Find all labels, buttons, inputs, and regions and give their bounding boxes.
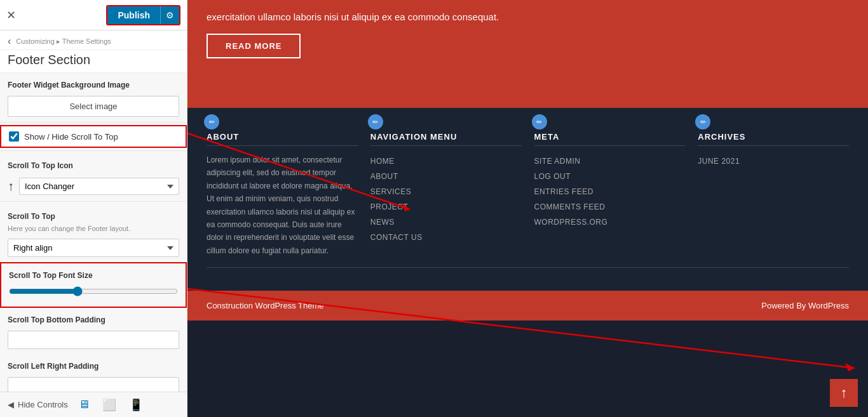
publish-button-group: Publish ⚙ (106, 5, 180, 25)
top-bar: ✕ Publish ⚙ (0, 0, 187, 30)
footer-columns: ✏ ABOUT Lorem ipsum dolor sit amet, cons… (207, 121, 849, 268)
meta-link-comments[interactable]: Comments feed (534, 199, 686, 215)
nav-link-home[interactable]: Home (370, 154, 522, 169)
meta-title: META (534, 132, 686, 146)
icon-changer-select[interactable]: Icon Changer Option 1 Option 2 (19, 178, 179, 195)
right-content: exercitation ullamco laboris nisi ut ali… (187, 0, 868, 417)
red-section-text: exercitation ullamco laboris nisi ut ali… (207, 10, 614, 25)
left-panel: ✕ Publish ⚙ ‹ Customizing ▸ Theme Settin… (0, 0, 187, 417)
site-footer-bar: Construction WordPress Theme Powered By … (187, 291, 868, 321)
meta-link-logout[interactable]: Log out (534, 169, 686, 184)
scroll-lr-padding-label: Scroll Left Right Padding (0, 354, 187, 374)
footer-col-about: ✏ ABOUT Lorem ipsum dolor sit amet, cons… (207, 121, 358, 257)
site-footer-right: Powered By WordPress (761, 301, 849, 310)
icon-changer-row: ↑ Icon Changer Option 1 Option 2 (0, 174, 187, 199)
scroll-top-button[interactable]: ↑ (830, 379, 858, 407)
nav-link-news[interactable]: NEWS (370, 215, 522, 230)
font-size-slider[interactable] (9, 286, 178, 296)
mobile-view-button[interactable]: 📱 (126, 397, 146, 413)
breadcrumb-back-button[interactable]: ‹ (8, 36, 11, 47)
tablet-view-button[interactable]: ⬜ (100, 397, 119, 413)
publish-gear-button[interactable]: ⚙ (160, 6, 179, 24)
site-footer-left: Construction WordPress Theme (207, 301, 323, 310)
hide-controls-label: Hide Controls (18, 400, 68, 409)
range-wrap (1, 284, 186, 303)
red-content-section: exercitation ullamco laboris nisi ut ali… (187, 0, 868, 108)
divider-2 (0, 150, 187, 151)
divider-1 (0, 122, 187, 122)
read-more-button[interactable]: READ MORE (207, 34, 301, 58)
select-image-button[interactable]: Select image (8, 96, 179, 117)
divider-3 (0, 201, 187, 202)
font-size-section: Scroll To Top Font Size (0, 262, 187, 308)
bottom-bar: ◀ Hide Controls 🖥 ⬜ 📱 (0, 392, 187, 417)
edit-meta-icon[interactable]: ✏ (532, 114, 547, 129)
show-hide-scroll-row: Show / Hide Scroll To Top (0, 125, 187, 148)
close-button[interactable]: ✕ (6, 8, 16, 22)
up-arrow-icon: ↑ (8, 179, 14, 194)
section-title: Footer Section (0, 50, 187, 73)
footer-col-archives: ✏ ARCHIVES June 2021 (698, 121, 849, 257)
edit-nav-icon[interactable]: ✏ (368, 114, 383, 129)
hide-controls-arrow: ◀ (8, 400, 14, 409)
scroll-to-top-label: Scroll To Top (0, 204, 187, 225)
edit-about-icon[interactable]: ✏ (204, 114, 219, 129)
nav-title: NAVIGATION MENU (370, 132, 522, 146)
nav-link-about[interactable]: ABOUT (370, 169, 522, 184)
breadcrumb-separator: ▸ (57, 37, 60, 45)
edit-archives-icon[interactable]: ✏ (695, 114, 710, 129)
svg-marker-3 (845, 363, 855, 371)
about-title: ABOUT (207, 132, 358, 146)
align-select-wrap: Right align Left align Center align (0, 236, 187, 262)
scroll-bottom-padding-input[interactable] (8, 331, 179, 349)
archives-title: ARCHIVES (698, 132, 849, 146)
nav-link-contact[interactable]: CONTACT US (370, 230, 522, 245)
scroll-bottom-padding-wrap (0, 328, 187, 354)
desktop-view-button[interactable]: 🖥 (76, 397, 92, 413)
archives-link-june[interactable]: June 2021 (698, 154, 849, 169)
meta-link-admin[interactable]: Site Admin (534, 154, 686, 169)
publish-button[interactable]: Publish (107, 6, 160, 24)
breadcrumb-area: ‹ Customizing ▸ Theme Settings (0, 30, 187, 50)
footer-col-meta: ✏ META Site Admin Log out Entries feed C… (534, 121, 686, 257)
show-hide-checkbox[interactable] (9, 131, 19, 142)
footer-dark-section: ✏ ABOUT Lorem ipsum dolor sit amet, cons… (187, 108, 868, 291)
meta-link-wp[interactable]: WordPress.org (534, 215, 686, 230)
scroll-to-top-sublabel: Here you can change the Footer layout. (0, 225, 187, 236)
meta-link-entries[interactable]: Entries feed (534, 184, 686, 199)
breadcrumb-part2: Theme Settings (62, 37, 111, 45)
breadcrumb-part1: Customizing (16, 37, 55, 45)
show-hide-label: Show / Hide Scroll To Top (24, 132, 118, 142)
panel-content: Footer Widget Background Image Select im… (0, 73, 187, 417)
nav-link-services[interactable]: SERVICES (370, 184, 522, 199)
scroll-bottom-padding-label: Scroll Top Bottom Padding (0, 308, 187, 328)
nav-link-project[interactable]: PROJECT (370, 199, 522, 215)
breadcrumb: Customizing ▸ Theme Settings (16, 37, 111, 46)
footer-widget-label: Footer Widget Background Image (0, 73, 187, 93)
footer-col-nav: ✏ NAVIGATION MENU Home ABOUT SERVICES PR… (370, 121, 522, 257)
hide-controls-button[interactable]: ◀ Hide Controls (8, 400, 68, 409)
about-text: Lorem ipsum dolor sit amet, consectetur … (207, 154, 358, 257)
font-size-label: Scroll To Top Font Size (1, 263, 186, 284)
scroll-top-icon-label: Scroll To Top Icon (0, 154, 187, 174)
align-select[interactable]: Right align Left align Center align (8, 239, 179, 257)
